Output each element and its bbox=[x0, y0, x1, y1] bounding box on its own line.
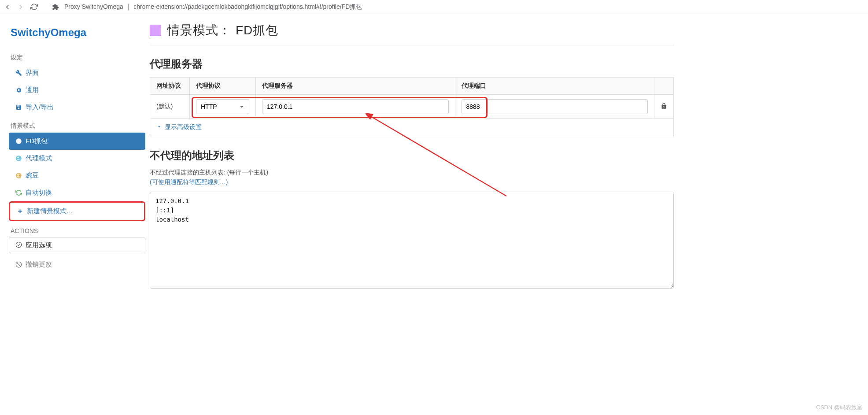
sidebar-item-label: 通用 bbox=[26, 86, 39, 94]
sidebar-item-label: 界面 bbox=[26, 69, 39, 77]
browser-toolbar: Proxy SwitchyOmega | chrome-extension://… bbox=[0, 0, 868, 14]
auth-button[interactable] bbox=[654, 95, 674, 119]
forward-icon[interactable] bbox=[17, 3, 25, 11]
apply-label: 应用选项 bbox=[26, 241, 52, 249]
wrench-icon bbox=[15, 70, 22, 77]
col-port: 代理端口 bbox=[455, 78, 654, 95]
reload-icon[interactable] bbox=[30, 3, 38, 11]
main-content: 情景模式：FD抓包 代理服务器 网址协议 代理协议 代理服务器 代理端口 bbox=[150, 14, 687, 303]
sidebar-item-fd-capture[interactable]: FD抓包 bbox=[9, 133, 145, 150]
svg-point-0 bbox=[16, 138, 22, 144]
sidebar-item-auto-switch[interactable]: 自动切换 bbox=[9, 184, 145, 201]
globe-icon bbox=[15, 138, 22, 145]
section-profiles-label: 情景模式 bbox=[11, 122, 145, 130]
sidebar-item-proxy-mode[interactable]: 代理模式 bbox=[9, 150, 145, 167]
bypass-textarea[interactable] bbox=[150, 192, 674, 289]
col-server: 代理服务器 bbox=[256, 78, 455, 95]
check-circle-icon bbox=[15, 241, 22, 249]
sidebar-item-interface[interactable]: 界面 bbox=[9, 64, 145, 82]
gear-icon bbox=[15, 87, 22, 94]
proxy-row-default: (默认) HTTP bbox=[150, 95, 674, 119]
proxy-table: 网址协议 代理协议 代理服务器 代理端口 (默认) HTTP bbox=[150, 77, 674, 119]
protocol-select[interactable]: HTTP bbox=[196, 99, 249, 114]
sidebar-item-general[interactable]: 通用 bbox=[9, 82, 145, 99]
chevron-down-icon bbox=[156, 124, 162, 131]
bypass-hint-link[interactable]: (可使用通配符等匹配规则…) bbox=[150, 178, 228, 186]
sidebar-item-new-profile[interactable]: 新建情景模式… bbox=[9, 201, 145, 221]
bypass-title: 不代理的地址列表 bbox=[150, 148, 674, 163]
discard-label: 撤销更改 bbox=[26, 260, 52, 269]
section-settings-label: 设定 bbox=[11, 54, 145, 62]
refresh-icon bbox=[15, 189, 22, 196]
brand-logo[interactable]: SwitchyOmega bbox=[9, 23, 145, 48]
discard-button[interactable]: 撤销更改 bbox=[9, 256, 145, 273]
globe-icon bbox=[15, 155, 22, 162]
sidebar-item-label: FD抓包 bbox=[26, 137, 48, 145]
extension-icon bbox=[52, 4, 59, 11]
sidebar-item-wandou[interactable]: 豌豆 bbox=[9, 167, 145, 184]
save-icon bbox=[15, 104, 22, 111]
scheme-cell: (默认) bbox=[150, 95, 190, 119]
proxy-servers-title: 代理服务器 bbox=[150, 57, 674, 71]
sidebar-item-import-export[interactable]: 导入/导出 bbox=[9, 99, 145, 116]
svg-point-1 bbox=[16, 242, 22, 248]
show-advanced-button[interactable]: 显示高级设置 bbox=[150, 119, 674, 136]
page-title-text: Proxy SwitchyOmega | chrome-extension://… bbox=[64, 3, 362, 11]
page-header: 情景模式：FD抓包 bbox=[150, 22, 674, 45]
port-input[interactable] bbox=[462, 99, 648, 114]
ban-icon bbox=[15, 261, 22, 268]
sidebar-item-label: 自动切换 bbox=[26, 189, 52, 197]
plus-icon bbox=[16, 208, 23, 215]
page-title: 情景模式：FD抓包 bbox=[167, 22, 278, 39]
sidebar: SwitchyOmega 设定 界面 通用 导入/导出 情景模式 FD抓包 bbox=[0, 14, 150, 303]
back-icon[interactable] bbox=[4, 3, 11, 11]
sidebar-item-label: 代理模式 bbox=[26, 154, 52, 163]
col-protocol: 代理协议 bbox=[190, 78, 256, 95]
bypass-hint: 不经过代理连接的主机列表: (每行一个主机) bbox=[150, 169, 674, 177]
apply-button[interactable]: 应用选项 bbox=[9, 237, 145, 253]
section-actions-label: ACTIONS bbox=[11, 227, 145, 234]
globe-icon bbox=[15, 172, 22, 179]
server-input[interactable] bbox=[262, 99, 449, 114]
profile-color-swatch[interactable] bbox=[150, 25, 161, 36]
col-lock bbox=[654, 78, 674, 95]
sidebar-item-label: 导入/导出 bbox=[26, 103, 54, 111]
col-scheme: 网址协议 bbox=[150, 78, 190, 95]
sidebar-item-label: 豌豆 bbox=[26, 171, 39, 180]
sidebar-item-label: 新建情景模式… bbox=[27, 207, 73, 215]
